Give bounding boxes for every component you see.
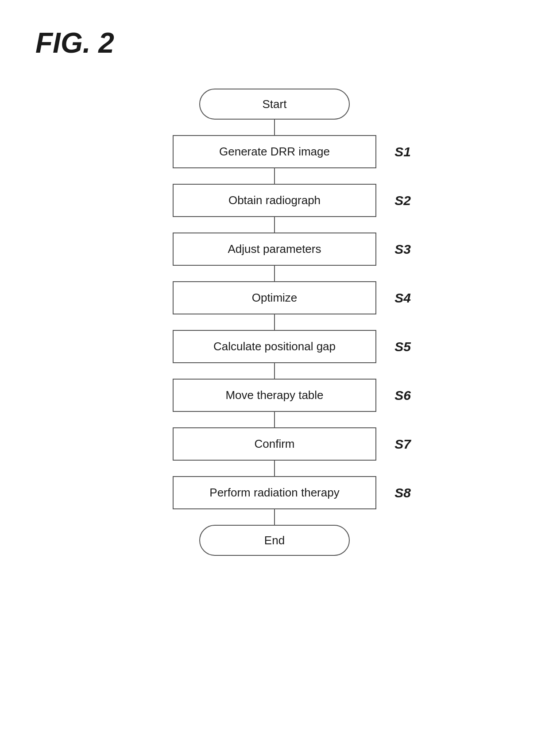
connector-1	[274, 120, 275, 135]
node-s4: Optimize S4	[173, 281, 376, 314]
s2-step: S2	[394, 193, 411, 208]
connector-9	[274, 509, 275, 525]
node-start: Start	[199, 89, 350, 120]
end-terminal: End	[199, 525, 350, 556]
process-s7: Confirm S7	[173, 427, 376, 461]
process-s5: Calculate positional gap S5	[173, 330, 376, 363]
s6-step: S6	[394, 388, 411, 403]
start-label: Start	[263, 97, 287, 111]
node-s2: Obtain radiograph S2	[173, 184, 376, 217]
connector-8	[274, 461, 275, 476]
flowchart: Start Generate DRR image S1 Obtain radio…	[120, 89, 429, 556]
s5-label: Calculate positional gap	[213, 340, 336, 353]
end-label: End	[264, 534, 285, 547]
node-s1: Generate DRR image S1	[173, 135, 376, 168]
s6-label: Move therapy table	[225, 388, 323, 402]
process-s6: Move therapy table S6	[173, 379, 376, 412]
connector-7	[274, 412, 275, 427]
s4-step: S4	[394, 291, 411, 306]
connector-6	[274, 363, 275, 379]
connector-4	[274, 266, 275, 281]
s8-label: Perform radiation therapy	[209, 486, 339, 500]
s5-step: S5	[394, 339, 411, 354]
connector-2	[274, 168, 275, 184]
node-s8: Perform radiation therapy S8	[173, 476, 376, 509]
node-s5: Calculate positional gap S5	[173, 330, 376, 363]
node-s3: Adjust parameters S3	[173, 233, 376, 266]
process-s4: Optimize S4	[173, 281, 376, 314]
s7-label: Confirm	[254, 437, 294, 451]
node-end: End	[199, 525, 350, 556]
s1-step: S1	[394, 144, 411, 159]
s7-step: S7	[394, 437, 411, 452]
s8-step: S8	[394, 485, 411, 500]
s3-label: Adjust parameters	[228, 242, 321, 256]
s4-label: Optimize	[252, 291, 298, 305]
process-s1: Generate DRR image S1	[173, 135, 376, 168]
process-s8: Perform radiation therapy S8	[173, 476, 376, 509]
s2-label: Obtain radiograph	[228, 194, 321, 207]
node-s7: Confirm S7	[173, 427, 376, 461]
process-s2: Obtain radiograph S2	[173, 184, 376, 217]
s1-label: Generate DRR image	[219, 145, 330, 159]
process-s3: Adjust parameters S3	[173, 233, 376, 266]
connector-3	[274, 217, 275, 233]
page-title: FIG. 2	[35, 27, 114, 59]
start-terminal: Start	[199, 89, 350, 120]
node-s6: Move therapy table S6	[173, 379, 376, 412]
connector-5	[274, 314, 275, 330]
s3-step: S3	[394, 242, 411, 257]
